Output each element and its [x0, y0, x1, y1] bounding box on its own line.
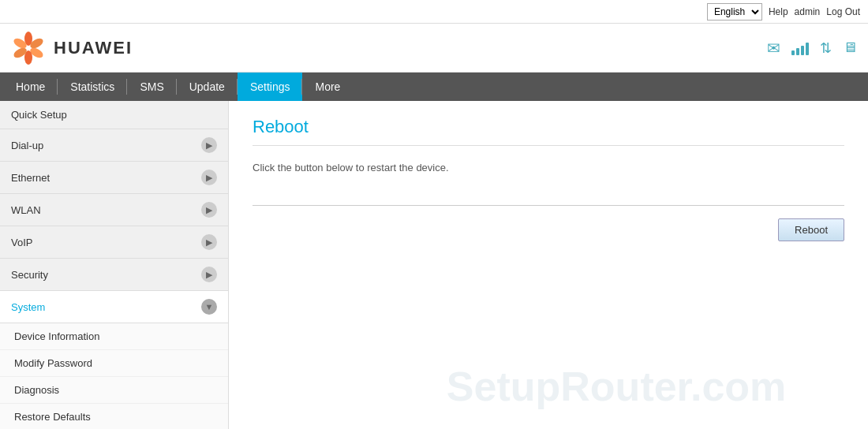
voip-label: VoIP	[11, 237, 32, 248]
security-arrow-icon: ▶	[201, 267, 217, 282]
ethernet-arrow-icon: ▶	[201, 170, 217, 185]
dialup-label: Dial-up	[11, 140, 43, 151]
system-label: System	[11, 301, 45, 313]
reboot-button-row: Reboot	[253, 218, 844, 241]
nav-more[interactable]: More	[302, 73, 353, 101]
voip-arrow-icon: ▶	[201, 234, 217, 250]
sidebar-sub-modify-password[interactable]: Modify Password	[0, 350, 228, 377]
sidebar-item-dialup[interactable]: Dial-up ▶	[0, 129, 228, 162]
top-bar-right: English Help admin Log Out	[707, 3, 860, 21]
sidebar-item-wlan[interactable]: WLAN ▶	[0, 194, 228, 226]
action-divider	[253, 205, 844, 206]
sidebar: Quick Setup Dial-up ▶ Ethernet ▶ WLAN ▶ …	[0, 101, 229, 429]
nav-settings[interactable]: Settings	[238, 73, 303, 101]
top-bar: English Help admin Log Out	[0, 0, 868, 24]
title-divider	[253, 145, 844, 146]
dialup-arrow-icon: ▶	[201, 137, 217, 153]
ethernet-label: Ethernet	[11, 172, 50, 184]
main-nav: Home Statistics SMS Update Settings More	[0, 73, 868, 101]
signal-icon	[791, 41, 809, 55]
header: HUAWEI ✉ ⇅ 🖥	[0, 24, 868, 73]
nav-home[interactable]: Home	[3, 73, 58, 101]
quick-setup-label: Quick Setup	[11, 109, 67, 121]
help-link[interactable]: Help	[769, 6, 788, 17]
monitor-icon: 🖥	[843, 39, 857, 56]
header-icons: ✉ ⇅ 🖥	[767, 39, 857, 58]
sidebar-sub-device-info[interactable]: Device Information	[0, 323, 228, 350]
language-select[interactable]: English	[707, 3, 762, 21]
admin-label: admin	[795, 6, 821, 17]
sidebar-system-submenu: Device Information Modify Password Diagn…	[0, 323, 228, 429]
sidebar-item-voip[interactable]: VoIP ▶	[0, 226, 228, 259]
page-title: Reboot	[253, 117, 844, 137]
sidebar-sub-restore-defaults[interactable]: Restore Defaults	[0, 404, 228, 429]
layout: Quick Setup Dial-up ▶ Ethernet ▶ WLAN ▶ …	[0, 101, 868, 429]
sidebar-item-ethernet[interactable]: Ethernet ▶	[0, 162, 228, 194]
transfer-icon: ⇅	[820, 39, 832, 57]
watermark: SetupRouter.com	[447, 363, 787, 410]
sidebar-item-security[interactable]: Security ▶	[0, 259, 228, 291]
security-label: Security	[11, 269, 48, 281]
nav-sms[interactable]: SMS	[127, 73, 176, 101]
reboot-description: Click the button below to restart the de…	[253, 162, 844, 173]
sidebar-item-system[interactable]: System ▼	[0, 291, 228, 323]
brand-name: HUAWEI	[54, 38, 133, 58]
logout-link[interactable]: Log Out	[826, 6, 860, 17]
main-content: Reboot Click the button below to restart…	[229, 101, 868, 429]
mail-icon[interactable]: ✉	[767, 39, 780, 58]
wlan-arrow-icon: ▶	[201, 202, 217, 218]
sidebar-sub-diagnosis[interactable]: Diagnosis	[0, 377, 228, 404]
system-arrow-icon: ▼	[201, 299, 217, 315]
sidebar-item-quick-setup[interactable]: Quick Setup	[0, 101, 228, 129]
logo: HUAWEI	[11, 31, 133, 65]
wlan-label: WLAN	[11, 204, 41, 216]
reboot-button[interactable]: Reboot	[778, 218, 844, 241]
huawei-logo-icon	[11, 31, 46, 65]
nav-statistics[interactable]: Statistics	[58, 73, 127, 101]
nav-update[interactable]: Update	[177, 73, 238, 101]
